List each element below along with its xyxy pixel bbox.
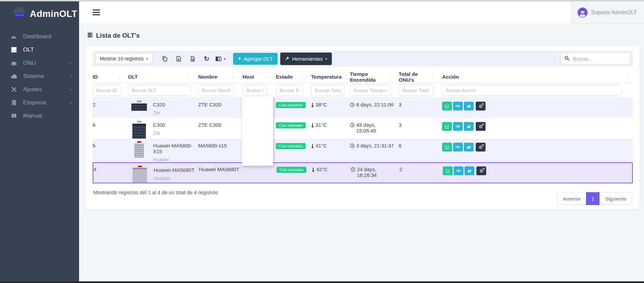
table-row[interactable]: 5 Huawei-MA5800-X15Huawei MA5800 x15 Con…: [93, 139, 633, 162]
eye-icon: [456, 169, 461, 173]
cell-estado: Con conexión: [276, 98, 311, 118]
settings-button[interactable]: ⚙⚙: [476, 122, 486, 131]
cell-olt: ZTE C320Zte: [128, 98, 198, 118]
tools-icon: [10, 87, 18, 92]
filter-olt-input[interactable]: [128, 85, 191, 96]
pagination-prev-button[interactable]: Anterior: [557, 192, 586, 205]
status-badge: Con conexión: [276, 122, 306, 128]
pagination-page-1[interactable]: 1: [586, 192, 600, 205]
sort-icon[interactable]: ↑↓: [342, 75, 344, 79]
cell-olt: ZTE C300Zte: [128, 118, 198, 139]
table-row-selected[interactable]: 4 Huawei-MA5680THuawei Huawei MA5680T Co…: [93, 162, 633, 183]
filter-total-input[interactable]: [399, 85, 433, 96]
caret-down-icon: ▾: [224, 57, 225, 61]
pagination: Anterior 1 Siguiente: [557, 192, 632, 205]
filter-accion-input[interactable]: [442, 85, 622, 96]
export-file-button[interactable]: [188, 54, 198, 64]
filter-tiempo-input[interactable]: [350, 85, 391, 96]
table-row[interactable]: 6 ZTE C300Zte ZTE C300 Con conexión 31°C…: [93, 118, 633, 139]
sort-icon[interactable]: ↑↓: [301, 75, 303, 79]
sort-icon[interactable]: ↑↓: [388, 75, 391, 79]
table-row[interactable]: 2 ZTE C320Zte ZTE C320 Con conexión 38°C…: [93, 98, 633, 118]
filter-estado-input[interactable]: [276, 85, 303, 96]
transfer-button[interactable]: ⇄: [464, 102, 474, 110]
column-visibility-button[interactable]: ▾: [215, 54, 226, 64]
sidebar-item-empresa[interactable]: Empresa ›: [0, 96, 79, 109]
settings-button[interactable]: ⚙⚙: [476, 166, 486, 175]
cell-olt: Huawei-MA5800-X15Huawei: [128, 139, 198, 162]
menu-toggle-icon[interactable]: [93, 8, 100, 17]
transfer-button[interactable]: ⇄: [465, 166, 474, 175]
cell-temperatura: 41°C: [311, 139, 350, 162]
sidebar-item-ajustes[interactable]: Ajustes ›: [0, 83, 79, 96]
sort-icon[interactable]: ↑↓: [117, 75, 120, 79]
chevron-right-icon: ›: [70, 73, 72, 79]
filter-temperatura-input[interactable]: [311, 85, 344, 96]
search-input[interactable]: [573, 56, 626, 62]
cell-temperatura: 42°C: [312, 163, 351, 183]
view-button[interactable]: [453, 102, 463, 110]
sidebar-item-sistema[interactable]: Sistema ›: [0, 69, 79, 83]
copy-button[interactable]: [160, 54, 170, 64]
edit-button[interactable]: [442, 122, 452, 131]
user-menu[interactable]: Soporte AdminOLT: [572, 1, 644, 23]
edit-button[interactable]: [443, 166, 453, 175]
sidebar-item-manual[interactable]: Manual: [0, 109, 79, 122]
status-badge: Con conexión: [276, 102, 306, 108]
caret-down-icon: ▾: [146, 57, 148, 61]
device-icon: [10, 61, 18, 65]
olt-list-card: Mostrar 10 registros ▾: [86, 46, 640, 209]
filter-host-input[interactable]: [243, 85, 267, 96]
add-olt-button[interactable]: + Agregar OLT: [233, 53, 278, 65]
filter-id-input[interactable]: [93, 85, 122, 96]
window-bottom-edge: [0, 281, 644, 283]
sidebar-item-olt[interactable]: OLT: [0, 43, 79, 56]
view-button[interactable]: [453, 143, 463, 151]
settings-button[interactable]: ⚙⚙: [476, 143, 486, 151]
sort-icon[interactable]: ↑↓: [432, 75, 434, 79]
clock-icon: [350, 102, 355, 107]
edit-button[interactable]: [442, 102, 452, 110]
sidebar-item-label: Dashboard: [23, 33, 51, 40]
view-button[interactable]: [454, 166, 463, 175]
dashboard-icon: [10, 34, 18, 39]
olt-device-image: [129, 165, 151, 183]
plus-icon: +: [238, 56, 241, 61]
refresh-icon[interactable]: ↻: [202, 54, 212, 64]
settings-button[interactable]: ⚙⚙: [476, 102, 486, 110]
length-menu-button[interactable]: Mostrar 10 registros ▾: [95, 53, 152, 64]
sort-icon[interactable]: ↑↓: [265, 75, 268, 79]
sidebar-item-dashboard[interactable]: Dashboard: [0, 30, 79, 43]
building-icon: [10, 100, 18, 105]
cell-tiempo: 24 days, 16:26:34: [351, 163, 399, 183]
sidebar-item-onu[interactable]: ONU ›: [0, 56, 79, 69]
eye-icon: [455, 104, 460, 108]
export-excel-button[interactable]: [174, 54, 184, 64]
sort-icon[interactable]: ↑↓: [188, 75, 190, 79]
sort-icon[interactable]: ↑↓: [232, 75, 234, 79]
brand-logo[interactable]: AdminOLT: [0, 1, 79, 25]
cell-total-onus: 2: [399, 163, 443, 183]
chevron-right-icon: ›: [70, 100, 72, 105]
pencil-square-icon: [445, 104, 449, 108]
sort-icon[interactable]: ↑↓: [626, 75, 629, 79]
list-icon: [87, 32, 93, 39]
cell-total-onus: 6: [399, 139, 442, 162]
cell-id: 5: [93, 139, 128, 162]
chevron-right-icon: ›: [70, 86, 72, 92]
olt-table: ID↑↓ OLT↑↓ Nombre↑↓ Host↑↓ Estado↑↓ Temp…: [93, 70, 633, 183]
cell-olt: Huawei-MA5680THuawei: [129, 163, 199, 183]
view-button[interactable]: [453, 122, 463, 131]
edit-button[interactable]: [442, 143, 452, 151]
thermometer-icon: [311, 102, 314, 108]
gears-icon: ⚙: [482, 103, 484, 106]
filter-nombre-input[interactable]: [198, 85, 234, 96]
avatar: [577, 7, 588, 18]
transfer-button[interactable]: ⇄: [464, 143, 474, 151]
gears-icon: ⚙: [482, 144, 484, 147]
status-badge: Con conexión: [276, 143, 306, 149]
olt-device-image: ZTE: [128, 120, 150, 139]
transfer-button[interactable]: ⇄: [464, 122, 474, 131]
pagination-next-button[interactable]: Siguiente: [600, 192, 632, 205]
tools-button[interactable]: Herramientas ▾: [280, 53, 332, 65]
